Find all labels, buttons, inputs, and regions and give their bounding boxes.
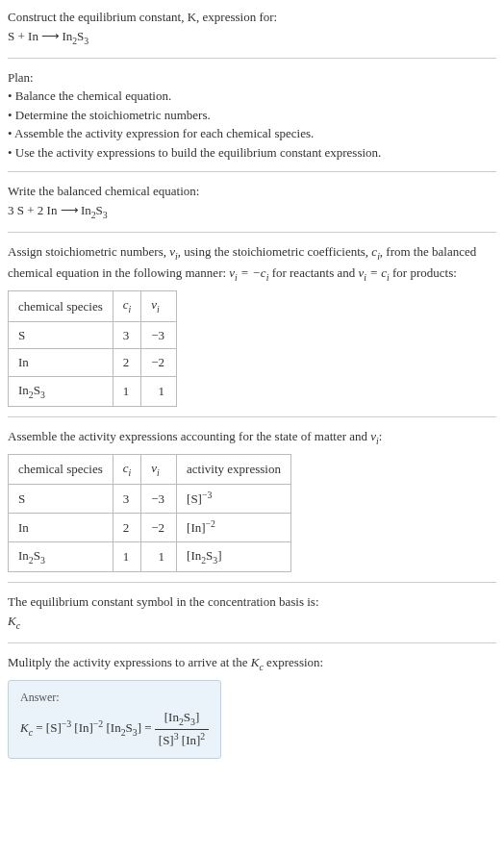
species-cell: S [9,321,113,349]
plan-title: Plan: [8,68,496,88]
prompt-text: Construct the equilibrium constant, K, e… [8,10,277,24]
col-activity: activity expression [177,455,291,485]
section-plan: Plan: • Balance the chemical equation. •… [8,68,496,173]
nu-cell: −2 [141,514,177,542]
fraction-numerator: [In2S3] [155,708,209,730]
balanced-reaction: 3 S + 2 In ⟶ In2S3 [8,201,496,222]
stoich-table: chemical species ci νi S 3 −3 In 2 −2 In… [8,290,177,406]
ci-cell: 3 [113,485,141,514]
plan-bullet-3: • Assemble the activity expression for e… [8,124,496,143]
answer-label: Answer: [20,689,209,706]
table-row: In 2 −2 [9,349,177,377]
species-cell: In2S3 [9,541,113,571]
ci-cell: 2 [113,349,141,377]
kc-symbol-text: The equilibrium constant symbol in the c… [8,592,496,612]
nu-cell: −3 [141,485,177,514]
multiply-text: Mulitply the activity expressions to arr… [8,653,496,674]
table-row: In 2 −2 [In]−2 [9,514,291,542]
col-species: chemical species [9,291,113,321]
section-stoich: Assign stoichiometric numbers, νi, using… [8,242,496,417]
activity-table: chemical species ci νi activity expressi… [8,454,291,572]
ci-cell: 3 [113,321,141,349]
answer-fraction: [In2S3] [S]3 [In]2 [155,708,209,750]
nu-cell: 1 [141,541,177,571]
table-header-row: chemical species ci νi [9,291,177,321]
balanced-title: Write the balanced chemical equation: [8,182,496,201]
stoich-text: Assign stoichiometric numbers, νi, using… [8,242,496,285]
species-cell: In [9,514,113,542]
table-row: S 3 −3 [9,321,177,349]
activity-expr-cell: [In]−2 [177,514,291,542]
section-answer: Mulitply the activity expressions to arr… [8,653,496,768]
ci-cell: 2 [113,514,141,542]
activity-expr-cell: [In2S3] [177,541,291,571]
col-nu: νi [141,455,177,485]
section-activity: Assemble the activity expressions accoun… [8,427,496,583]
prompt-line1: Construct the equilibrium constant, K, e… [8,8,496,27]
section-kc-symbol: The equilibrium constant symbol in the c… [8,592,496,643]
species-cell: In2S3 [9,376,113,406]
section-balanced: Write the balanced chemical equation: 3 … [8,182,496,233]
section-prompt: Construct the equilibrium constant, K, e… [8,8,496,59]
activity-expr-cell: [S]−3 [177,485,291,514]
nu-cell: 1 [141,376,177,406]
activity-text: Assemble the activity expressions accoun… [8,427,496,448]
nu-cell: −3 [141,321,177,349]
nu-symbol: νi [169,244,178,259]
answer-box: Answer: Kc = [S]−3 [In]−2 [In2S3] = [In2… [8,680,221,759]
ci-cell: 1 [113,376,141,406]
unbalanced-reaction: S + In ⟶ In2S3 [8,27,496,48]
plan-bullet-4: • Use the activity expressions to build … [8,143,496,163]
plan-bullet-2: • Determine the stoichiometric numbers. [8,106,496,125]
col-ci: ci [113,455,141,485]
nu-cell: −2 [141,349,177,377]
ci-symbol: ci [371,244,380,259]
plan-bullet-1: • Balance the chemical equation. [8,87,496,106]
table-row: S 3 −3 [S]−3 [9,485,291,514]
col-ci: ci [113,291,141,321]
col-species: chemical species [9,455,113,485]
table-row: In2S3 1 1 [9,376,177,406]
kc-symbol: Kc [8,612,496,633]
col-nu: νi [141,291,177,321]
table-row: In2S3 1 1 [In2S3] [9,541,291,571]
species-cell: In [9,349,113,377]
answer-expression: Kc = [S]−3 [In]−2 [In2S3] = [In2S3] [S]3… [20,708,209,750]
table-header-row: chemical species ci νi activity expressi… [9,455,291,485]
species-cell: S [9,485,113,514]
fraction-denominator: [S]3 [In]2 [155,730,209,750]
ci-cell: 1 [113,541,141,571]
